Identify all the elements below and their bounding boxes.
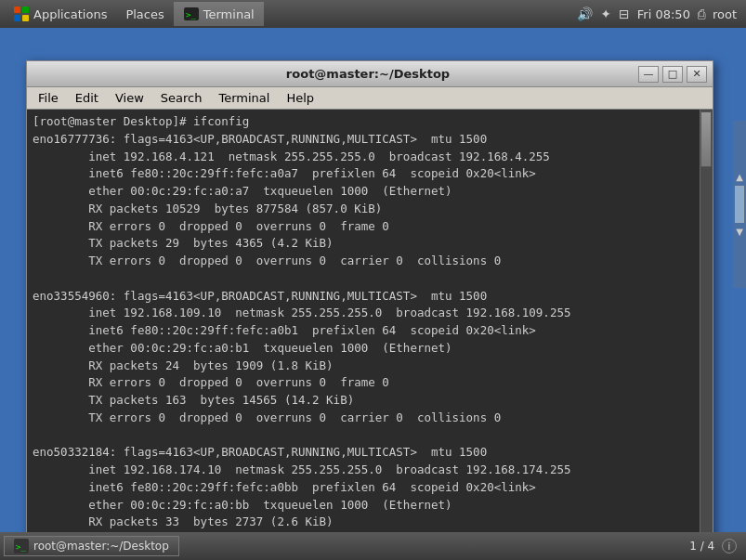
- svg-rect-3: [22, 15, 29, 21]
- window-controls: — □ ✕: [638, 66, 707, 83]
- user-icon: ⎙: [698, 7, 705, 21]
- menu-help[interactable]: Help: [279, 89, 321, 107]
- terminal-topbar-label: Terminal: [203, 7, 255, 21]
- svg-text:>_: >_: [16, 542, 26, 552]
- terminal-output[interactable]: [root@master Desktop]# ifconfig eno16777…: [27, 110, 713, 555]
- desktop: root@master:~/Desktop — □ ✕ File Edit Vi…: [0, 28, 746, 532]
- applications-label: Applications: [33, 7, 107, 21]
- menu-terminal[interactable]: Terminal: [211, 89, 277, 107]
- minimize-button[interactable]: —: [638, 66, 659, 83]
- places-menu[interactable]: Places: [116, 4, 173, 25]
- pager-display: 1 / 4: [689, 540, 714, 553]
- svg-rect-0: [14, 7, 20, 13]
- volume-icon: 🔊: [577, 7, 593, 21]
- desktop-scroll-down[interactable]: ▼: [736, 227, 743, 237]
- terminal-window: root@master:~/Desktop — □ ✕ File Edit Vi…: [26, 60, 713, 556]
- desktop-scroll-thumb[interactable]: [735, 186, 744, 223]
- terminal-icon: >_: [183, 6, 200, 22]
- top-bar-right: 🔊 ✦ ⊟ Fri 08:50 ⎙ root: [577, 7, 742, 21]
- menu-file[interactable]: File: [31, 89, 66, 107]
- network-icon: ⊟: [619, 7, 630, 21]
- terminal-title: root@master:~/Desktop: [98, 67, 638, 81]
- top-bar: Applications Places >_ Terminal 🔊 ✦ ⊟ Fr…: [0, 0, 746, 28]
- svg-rect-1: [22, 7, 29, 13]
- terminal-menu-topbar[interactable]: >_ Terminal: [174, 2, 264, 26]
- taskbar-pager: 1 / 4 i: [684, 539, 742, 553]
- clock-display: Fri 08:50: [637, 7, 690, 21]
- terminal-titlebar: root@master:~/Desktop — □ ✕: [27, 61, 713, 87]
- terminal-body: [root@master Desktop]# ifconfig eno16777…: [27, 110, 713, 555]
- menu-search[interactable]: Search: [153, 89, 210, 107]
- taskbar-terminal-label: root@master:~/Desktop: [33, 540, 169, 553]
- taskbar-terminal-icon: >_: [14, 539, 29, 553]
- bluetooth-icon: ✦: [600, 7, 611, 21]
- maximize-button[interactable]: □: [662, 66, 683, 83]
- taskbar: >_ root@master:~/Desktop 1 / 4 i: [0, 532, 746, 560]
- scrollbar-thumb[interactable]: [700, 111, 712, 167]
- scrollbar[interactable]: [700, 110, 713, 555]
- close-button[interactable]: ✕: [687, 66, 707, 83]
- pager-icon: i: [722, 539, 737, 553]
- svg-rect-2: [14, 15, 20, 21]
- desktop-scrollbar: ▲ ▼: [733, 121, 746, 288]
- apps-icon: [13, 6, 30, 22]
- terminal-menu-bar: File Edit View Search Terminal Help: [27, 87, 713, 110]
- menu-edit[interactable]: Edit: [68, 89, 106, 107]
- desktop-scroll-up[interactable]: ▲: [736, 172, 743, 182]
- taskbar-left: >_ root@master:~/Desktop: [4, 536, 179, 556]
- username-display: root: [713, 7, 737, 21]
- taskbar-terminal-item[interactable]: >_ root@master:~/Desktop: [4, 536, 179, 556]
- applications-menu[interactable]: Applications: [4, 2, 116, 26]
- svg-text:>_: >_: [186, 10, 196, 20]
- menu-view[interactable]: View: [108, 89, 151, 107]
- top-bar-left: Applications Places >_ Terminal: [4, 2, 264, 26]
- places-label: Places: [125, 7, 164, 21]
